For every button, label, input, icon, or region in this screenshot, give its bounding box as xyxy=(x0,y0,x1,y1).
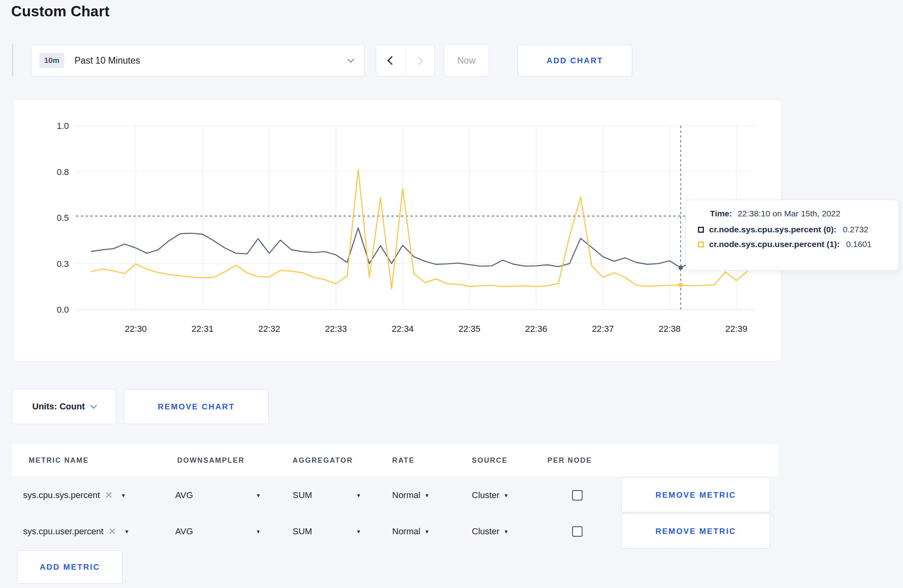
y-axis-tick-label: 0.8 xyxy=(57,167,69,177)
aggregator-value: SUM xyxy=(293,526,312,537)
metric-name-select[interactable]: sys.cpu.user.percent ✕ ▼ xyxy=(23,514,129,549)
tooltip-series-value: 0.1601 xyxy=(846,239,872,249)
source-select[interactable]: Cluster ▼ xyxy=(472,514,509,549)
tooltip-time-label: Time: xyxy=(710,209,732,218)
clear-metric-icon[interactable]: ✕ xyxy=(105,490,113,501)
dropdown-caret-icon: ▼ xyxy=(356,529,361,535)
per-node-cell xyxy=(572,514,582,549)
y-axis-tick-label: 0.0 xyxy=(57,305,69,315)
column-header-aggregator: AGGREGATOR xyxy=(293,444,353,476)
tooltip-series-label: cr.node.sys.cpu.sys.percent (0): xyxy=(709,225,837,234)
dropdown-caret-icon: ▼ xyxy=(504,493,509,498)
cpu-percent-line-chart[interactable]: 1.00.80.50.30.022:3022:3122:3222:3322:34… xyxy=(14,100,782,362)
metric-name-select[interactable]: sys.cpu.sys.percent ✕ ▼ xyxy=(23,477,126,513)
units-label: Units: Count xyxy=(32,401,85,412)
x-axis-tick-label: 22:35 xyxy=(458,324,480,334)
per-node-cell xyxy=(572,477,582,513)
now-button[interactable]: Now xyxy=(444,45,489,76)
time-nav-group xyxy=(376,45,435,76)
series-line-user-percent xyxy=(91,169,747,289)
rate-select[interactable]: Normal ▼ xyxy=(392,477,430,513)
chart-hover-tooltip: Time:22:38:10 on Mar 15th, 2022 cr.node.… xyxy=(686,200,899,271)
tooltip-series-value: 0.2732 xyxy=(843,225,868,234)
source-select[interactable]: Cluster ▼ xyxy=(472,477,509,513)
chevron-right-icon xyxy=(414,56,423,64)
time-back-button[interactable] xyxy=(376,45,406,76)
tooltip-time-row: Time:22:38:10 on Mar 15th, 2022 xyxy=(710,209,889,218)
downsampler-select[interactable]: AVG ▼ xyxy=(175,477,261,513)
hover-point-marker xyxy=(678,265,683,270)
column-header-per-node: PER NODE xyxy=(547,444,592,476)
user-percent-swatch-icon xyxy=(698,241,704,247)
series-line-sys-percent xyxy=(91,228,747,268)
rate-value: Normal xyxy=(392,490,420,500)
dropdown-caret-icon: ▼ xyxy=(256,493,261,498)
dropdown-caret-icon: ▼ xyxy=(424,529,430,535)
dropdown-caret-icon: ▼ xyxy=(256,529,261,535)
x-axis-tick-label: 22:30 xyxy=(125,324,147,334)
remove-chart-button[interactable]: REMOVE CHART xyxy=(124,389,269,424)
aggregator-select[interactable]: SUM ▼ xyxy=(293,514,361,549)
x-axis-tick-label: 22:34 xyxy=(392,324,414,334)
add-metric-button[interactable]: ADD METRIC xyxy=(17,550,123,584)
rate-value: Normal xyxy=(392,526,420,537)
downsampler-select[interactable]: AVG ▼ xyxy=(175,514,261,549)
tooltip-time-value: 22:38:10 on Mar 15th, 2022 xyxy=(738,209,840,218)
add-chart-button[interactable]: ADD CHART xyxy=(518,45,632,76)
rate-select[interactable]: Normal ▼ xyxy=(392,514,430,549)
downsampler-value: AVG xyxy=(175,490,193,500)
x-axis-tick-label: 22:38 xyxy=(659,324,680,334)
dropdown-caret-icon: ▼ xyxy=(504,529,509,535)
source-value: Cluster xyxy=(472,490,500,500)
hover-point-marker xyxy=(678,283,683,287)
page-title: Custom Chart xyxy=(11,3,109,20)
dropdown-caret-icon: ▼ xyxy=(121,493,126,498)
remove-metric-button[interactable]: REMOVE METRIC xyxy=(621,514,770,549)
tooltip-series-row: cr.node.sys.cpu.sys.percent (0): 0.2732 xyxy=(698,225,889,234)
chevron-left-icon xyxy=(387,56,397,65)
x-axis-tick-label: 22:36 xyxy=(525,324,547,334)
x-axis-tick-label: 22:32 xyxy=(258,324,280,334)
dropdown-caret-icon: ▼ xyxy=(124,529,129,535)
column-header-rate: RATE xyxy=(392,444,414,476)
y-axis-tick-label: 0.5 xyxy=(57,213,69,223)
y-axis-tick-label: 1.0 xyxy=(57,121,69,131)
x-axis-tick-label: 22:33 xyxy=(325,324,347,334)
time-range-dropdown[interactable]: 10m Past 10 Minutes xyxy=(31,45,365,76)
time-range-badge: 10m xyxy=(39,53,64,68)
time-forward-button[interactable] xyxy=(406,45,435,76)
source-value: Cluster xyxy=(472,526,500,537)
remove-metric-button[interactable]: REMOVE METRIC xyxy=(621,477,770,512)
per-node-checkbox[interactable] xyxy=(572,490,582,500)
tooltip-series-label: cr.node.sys.cpu.user.percent (1): xyxy=(709,239,840,249)
column-header-metric-name: METRIC NAME xyxy=(29,444,89,476)
column-header-source: SOURCE xyxy=(472,444,508,476)
metric-name-value: sys.cpu.user.percent xyxy=(23,526,104,537)
toolbar-left-divider xyxy=(12,45,13,76)
sys-percent-swatch-icon xyxy=(698,227,704,233)
chevron-down-icon xyxy=(348,56,354,63)
column-header-downsampler: DOWNSAMPLER xyxy=(177,444,244,476)
dropdown-caret-icon: ▼ xyxy=(356,493,361,498)
time-range-label: Past 10 Minutes xyxy=(74,55,348,66)
downsampler-value: AVG xyxy=(175,526,193,537)
y-axis-tick-label: 0.3 xyxy=(57,259,69,269)
clear-metric-icon[interactable]: ✕ xyxy=(108,526,116,537)
chart-card: 1.00.80.50.30.022:3022:3122:3222:3322:34… xyxy=(13,99,781,361)
dropdown-caret-icon: ▼ xyxy=(424,493,430,498)
x-axis-tick-label: 22:39 xyxy=(725,324,747,334)
x-axis-tick-label: 22:37 xyxy=(592,324,614,334)
metric-name-value: sys.cpu.sys.percent xyxy=(23,490,100,500)
per-node-checkbox[interactable] xyxy=(572,526,582,537)
tooltip-series-row: cr.node.sys.cpu.user.percent (1): 0.1601 xyxy=(698,239,889,249)
custom-chart-page: { "page_title": "Custom Chart", "toolbar… xyxy=(0,0,903,588)
units-dropdown[interactable]: Units: Count xyxy=(12,389,116,424)
chevron-down-icon xyxy=(90,402,97,409)
x-axis-tick-label: 22:31 xyxy=(192,324,213,334)
aggregator-select[interactable]: SUM ▼ xyxy=(293,477,361,513)
aggregator-value: SUM xyxy=(293,490,312,500)
